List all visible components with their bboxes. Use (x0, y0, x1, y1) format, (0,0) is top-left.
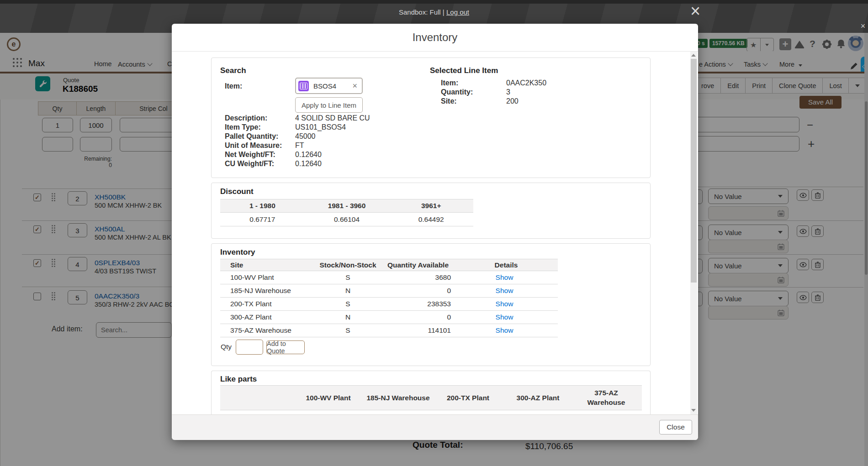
sandbox-label: Sandbox: Full | (399, 8, 445, 16)
field-label: CU Weight/FT: (225, 160, 274, 168)
field-label: Description: (225, 114, 267, 122)
inv-qty: 114101 (381, 326, 451, 335)
like-parts-col: 375-AZ Warehouse (581, 388, 631, 408)
add-to-quote-button[interactable]: Add to Quote (266, 340, 305, 354)
inv-col-stock: Stock/Non-Stock (314, 261, 381, 269)
modal-close-icon[interactable]: × (685, 1, 705, 21)
inv-qty: 238353 (381, 300, 451, 308)
discount-value: 0.66104 (305, 215, 389, 224)
field-label: Pallet Quantity: (225, 132, 278, 141)
field-value: 200 (506, 97, 519, 105)
field-value: 0.12640 (295, 151, 322, 159)
page: Sandbox: Full | Log out e 0 s 15770.56 K… (0, 0, 868, 466)
inventory-modal: Inventory Search Item: BSOS4 × Apply to … (172, 24, 698, 440)
show-details-link[interactable]: Show (451, 287, 558, 295)
modal-scrollbar-thumb[interactable] (691, 59, 697, 283)
field-value: 4 SOLID SD BARE CU (295, 114, 370, 122)
modal-scrollbar[interactable] (690, 52, 697, 414)
scroll-down-icon[interactable] (691, 409, 696, 412)
inventory-table-header: Site Stock/Non-Stock Quantity Available … (220, 259, 558, 271)
modal-title: Inventory (172, 31, 698, 44)
logout-link[interactable]: Log out (446, 8, 469, 16)
inv-col-details: Details (455, 261, 558, 269)
like-parts-col: 100-WV Plant (293, 394, 363, 402)
banner-close-icon[interactable]: × (858, 21, 868, 31)
like-parts-col: 300-AZ Plant (503, 394, 573, 402)
apply-to-line-item-button[interactable]: Apply to Line Item (295, 97, 363, 113)
field-label: Quantity: (441, 88, 473, 96)
show-details-link[interactable]: Show (451, 273, 558, 282)
inv-col-qty: Quantity Available (381, 261, 455, 269)
discount-heading: Discount (220, 187, 254, 196)
inv-site: 100-WV Plant (220, 273, 314, 282)
discount-value: 0.64492 (389, 215, 473, 224)
show-details-link[interactable]: Show (451, 300, 558, 308)
discount-col: 1 - 1980 (220, 202, 305, 210)
product-glyph (300, 83, 307, 89)
field-label: Item: (441, 79, 458, 87)
item-lookup-value: BSOS4 (313, 82, 352, 90)
inv-stock: N (314, 287, 381, 295)
inv-stock: S (314, 326, 381, 335)
modal-qty-label: Qty (221, 343, 232, 351)
inventory-row: 185-NJ Warehouse N 0 Show (220, 284, 558, 298)
inv-site: 300-AZ Plant (220, 313, 314, 321)
inv-site: 185-NJ Warehouse (220, 287, 314, 295)
inventory-row: 200-TX Plant S 238353 Show (220, 298, 558, 311)
inv-site: 375-AZ Warehouse (220, 326, 314, 335)
item-label: Item: (225, 82, 242, 90)
like-parts-col: 185-NJ Warehouse (363, 394, 433, 402)
sandbox-banner-text: Sandbox: Full | Log out (0, 8, 868, 16)
show-details-link[interactable]: Show (451, 326, 558, 335)
inventory-row: 100-WV Plant S 3680 Show (220, 271, 558, 284)
discount-value: 0.67717 (220, 215, 305, 224)
inventory-row: 300-AZ Plant N 0 Show (220, 311, 558, 324)
like-parts-col: 200-TX Plant (433, 394, 503, 402)
field-label: Net Weight/FT: (225, 151, 275, 159)
inv-site: 200-TX Plant (220, 300, 314, 308)
like-parts-heading: Like parts (220, 375, 257, 384)
modal-qty-input[interactable] (236, 340, 263, 355)
field-value: 3 (506, 88, 510, 96)
show-details-link[interactable]: Show (451, 313, 558, 321)
top-strip (0, 0, 868, 4)
modal-title-divider (172, 51, 698, 52)
discount-col: 1981 - 3960 (305, 202, 389, 210)
product-icon (298, 81, 309, 91)
inv-qty: 0 (381, 287, 451, 295)
field-value: 0AAC2K350 (506, 79, 546, 87)
inv-stock: N (314, 313, 381, 321)
selected-line-item-heading: Selected Line Item (430, 66, 498, 75)
close-button[interactable]: Close (659, 420, 692, 435)
discount-table-header: 1 - 1980 1981 - 3960 3961+ (220, 199, 473, 213)
inv-qty: 3680 (381, 273, 451, 282)
search-section (211, 58, 651, 178)
field-label: Site: (441, 97, 457, 105)
field-value: US101_BSOS4 (295, 123, 346, 131)
field-value: 45000 (295, 132, 316, 141)
clear-icon[interactable]: × (352, 81, 357, 91)
inv-col-site: Site (220, 261, 314, 269)
discount-table-row: 0.67717 0.66104 0.64492 (220, 213, 473, 226)
discount-col: 3961+ (389, 202, 473, 210)
inv-stock: S (314, 300, 381, 308)
item-lookup-field[interactable]: BSOS4 × (295, 78, 363, 94)
inventory-row: 375-AZ Warehouse S 114101 Show (220, 324, 558, 337)
inv-qty: 0 (381, 313, 451, 321)
field-label: Item Type: (225, 123, 261, 131)
modal-footer (172, 414, 698, 440)
field-value: FT (295, 141, 304, 150)
inventory-heading: Inventory (220, 248, 255, 257)
scroll-up-icon[interactable] (691, 54, 696, 57)
field-label: Unit of Measure: (225, 141, 282, 150)
field-value: 0.12640 (295, 160, 322, 168)
search-heading: Search (220, 66, 246, 75)
like-parts-table-header: 100-WV Plant 185-NJ Warehouse 200-TX Pla… (220, 385, 642, 410)
inv-stock: S (314, 273, 381, 282)
